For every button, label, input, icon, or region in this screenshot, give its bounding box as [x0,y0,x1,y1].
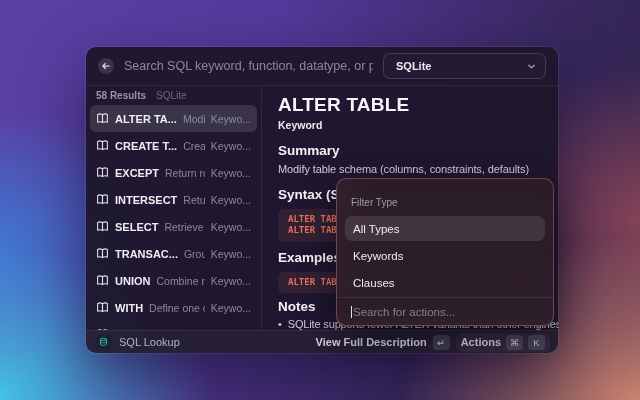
list-item-with-recursive[interactable]: WITH REC... Build rec... Keywo... [90,321,257,330]
item-title: EXCEPT [115,167,159,179]
list-item-intersect[interactable]: INTERSECT Return ro... Keywo... [90,186,257,213]
item-accessory: Keywo... [211,248,251,260]
book-icon [96,193,109,206]
search-bar: SQLite [86,47,558,86]
footer-actions: View Full Description ↵ Actions ⌘ K [316,333,550,352]
item-subtitle: Retrieve colu... [164,221,204,233]
actions-label: Actions [461,336,501,348]
item-accessory: Keywo... [211,167,251,179]
book-icon [96,112,109,125]
results-panel: 58 Results SQLite ALTER TA... Modify ta.… [86,86,262,330]
detail-title: ALTER TABLE [278,94,542,116]
book-icon [96,274,109,287]
option-label: All Types [353,223,399,235]
chevron-down-icon [527,62,536,71]
list-item-except[interactable]: EXCEPT Return rows f... Keywo... [90,159,257,186]
item-title: TRANSAC... [115,248,178,260]
item-title: UNION [115,275,150,287]
item-title: INTERSECT [115,194,177,206]
bullet-point: • [278,318,282,330]
option-all-types[interactable]: All Types [345,216,545,241]
item-accessory: Keywo... [211,221,251,233]
back-button[interactable] [98,58,114,74]
view-full-description-label: View Full Description [316,336,427,348]
list-item-transaction[interactable]: TRANSAC... Group st... Keywo... [90,240,257,267]
option-clauses[interactable]: Clauses [345,270,545,295]
option-label: Keywords [353,250,404,262]
results-scope: SQLite [156,90,187,101]
summary-heading: Summary [278,143,542,159]
detail-type-label: Keyword [278,119,542,131]
option-label: Clauses [353,277,395,289]
actions-button[interactable]: Actions ⌘ K [456,333,550,352]
results-count: 58 Results [96,90,146,101]
list-item-union[interactable]: UNION Combine resul... Keywo... [90,267,257,294]
engine-select-value: SQLite [396,60,431,72]
item-title: ALTER TA... [115,113,177,125]
list-item-select[interactable]: SELECT Retrieve colu... Keywo... [90,213,257,240]
item-title: SELECT [115,221,158,233]
filter-type-label: Filter Type [351,197,539,209]
item-subtitle: Return ro... [183,194,204,206]
search-input[interactable] [124,59,373,73]
item-subtitle: Create a... [183,140,205,152]
item-subtitle: Define one or m... [149,302,205,314]
option-keywords[interactable]: Keywords [345,243,545,268]
app-name: SQL Lookup [119,336,180,348]
list-item-alter-table[interactable]: ALTER TA... Modify ta... Keywo... [90,105,257,132]
item-accessory: Keywo... [211,140,251,152]
enter-key-badge: ↵ [433,335,450,350]
filter-type-dropdown: Filter Type All Types Keywords Clauses [336,178,554,326]
footer-bar: SQL Lookup View Full Description ↵ Actio… [86,330,558,353]
database-icon [99,337,108,347]
item-accessory: Keywo... [211,302,251,314]
summary-text: Modify table schema (columns, constraint… [278,163,542,177]
item-subtitle: Modify ta... [183,113,205,125]
item-accessory: Keywo... [211,194,251,206]
item-title: WITH [115,302,143,314]
filter-options: All Types Keywords Clauses [345,216,545,295]
book-icon [96,139,109,152]
view-full-description-button[interactable]: View Full Description ↵ [316,335,450,350]
book-icon [96,220,109,233]
item-subtitle: Return rows f... [165,167,205,179]
item-subtitle: Combine resul... [156,275,204,287]
engine-select[interactable]: SQLite [383,53,546,79]
app-icon [96,335,111,350]
k-key-badge: K [528,335,545,350]
list-item-with[interactable]: WITH Define one or m... Keywo... [90,294,257,321]
book-icon [96,166,109,179]
item-accessory: Keywo... [211,113,251,125]
results-header: 58 Results SQLite [96,90,253,101]
text-cursor [351,306,352,318]
action-search-row [337,298,553,325]
book-icon [96,301,109,314]
action-search-input[interactable] [353,306,539,318]
item-title: CREATE T... [115,140,177,152]
list-item-create-table[interactable]: CREATE T... Create a... Keywo... [90,132,257,159]
book-icon [96,247,109,260]
arrow-left-icon [101,61,111,71]
item-subtitle: Group st... [184,248,205,260]
cmd-key-badge: ⌘ [506,335,523,350]
item-accessory: Keywo... [211,275,251,287]
